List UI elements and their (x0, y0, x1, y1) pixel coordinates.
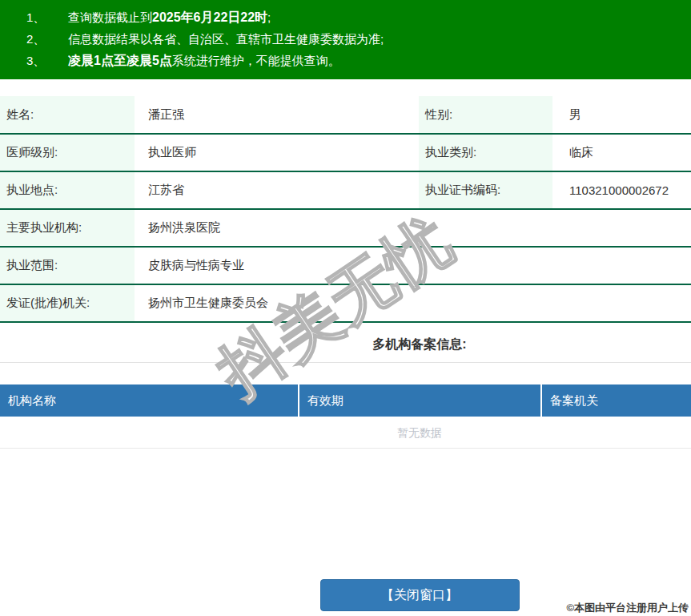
table-row: 主要执业机构: 扬州洪泉医院 (0, 209, 691, 247)
notice-number: 2、 (26, 28, 68, 50)
empty-cell (552, 247, 691, 284)
field-label-practice-scope: 执业范围: (0, 247, 135, 284)
spacer (0, 363, 691, 384)
field-value-practice-place: 江苏省 (135, 171, 419, 209)
field-value-name: 潘正强 (135, 96, 419, 134)
empty-cell (419, 284, 552, 322)
notice-text: 查询数据截止到 (68, 10, 152, 24)
field-label-practice-place: 执业地点: (0, 171, 135, 209)
table-row: 执业范围: 皮肤病与性病专业 (0, 247, 691, 284)
field-label-certificate-no: 执业证书编码: (419, 171, 552, 209)
empty-cell (419, 209, 552, 247)
empty-cell (552, 284, 691, 322)
notice-text-bold: 2025年6月22日22时 (152, 10, 267, 24)
field-value-gender: 男 (552, 96, 691, 134)
upload-attribution-watermark: ©本图由平台注册用户上传 (566, 601, 689, 615)
field-label-doctor-level: 医师级别: (0, 134, 135, 171)
column-header-record-authority: 备案机关 (540, 384, 691, 417)
doctor-info-table: 姓名: 潘正强 性别: 男 医师级别: 执业医师 执业类别: 临床 执业地点: … (0, 96, 691, 323)
empty-cell (552, 209, 691, 247)
column-header-institution-name: 机构名称 (0, 384, 298, 417)
field-label-gender: 性别: (419, 96, 552, 134)
table-row: 发证(批准)机关: 扬州市卫生健康委员会 (0, 284, 691, 322)
field-label-issuing-authority: 发证(批准)机关: (0, 284, 135, 322)
field-value-practice-scope: 皮肤病与性病专业 (135, 247, 419, 284)
query-result-page: 1、查询数据截止到2025年6月22日22时; 2、信息数据结果以各省、自治区、… (0, 0, 691, 611)
records-empty-state: 暂无数据 (0, 417, 691, 449)
table-row: 执业地点: 江苏省 执业证书编码: 110321000002672 (0, 171, 691, 209)
notice-number: 3、 (26, 50, 68, 71)
field-value-issuing-authority: 扬州市卫生健康委员会 (135, 284, 419, 322)
notice-banner: 1、查询数据截止到2025年6月22日22时; 2、信息数据结果以各省、自治区、… (0, 0, 691, 79)
notice-line-2: 2、信息数据结果以各省、自治区、直辖市卫生健康委数据为准; (0, 28, 691, 50)
records-table-header: 机构名称 有效期 备案机关 (0, 384, 691, 417)
notice-text: 系统进行维护，不能提供查询。 (172, 54, 340, 67)
notice-number: 1、 (26, 6, 68, 28)
field-value-doctor-level: 执业医师 (135, 134, 419, 171)
field-value-practice-type: 临床 (552, 134, 691, 171)
field-label-main-institution: 主要执业机构: (0, 209, 135, 247)
multi-institution-section-title: 多机构备案信息: (0, 323, 691, 363)
notice-text-bold: 凌晨1点至凌晨5点 (68, 54, 172, 67)
field-label-name: 姓名: (0, 96, 135, 134)
close-window-button[interactable]: 【关闭窗口】 (320, 579, 520, 611)
table-row: 姓名: 潘正强 性别: 男 (0, 96, 691, 134)
field-value-certificate-no: 110321000002672 (552, 171, 691, 209)
table-row: 医师级别: 执业医师 执业类别: 临床 (0, 134, 691, 171)
notice-line-1: 1、查询数据截止到2025年6月22日22时; (0, 6, 691, 28)
notice-text: ; (267, 10, 271, 24)
field-value-main-institution: 扬州洪泉医院 (135, 209, 419, 247)
notice-text: 信息数据结果以各省、自治区、直辖市卫生健康委数据为准; (68, 32, 384, 46)
column-header-validity-period: 有效期 (298, 384, 540, 417)
field-label-practice-type: 执业类别: (419, 134, 552, 171)
notice-line-3: 3、凌晨1点至凌晨5点系统进行维护，不能提供查询。 (0, 50, 691, 71)
empty-cell (419, 247, 552, 284)
